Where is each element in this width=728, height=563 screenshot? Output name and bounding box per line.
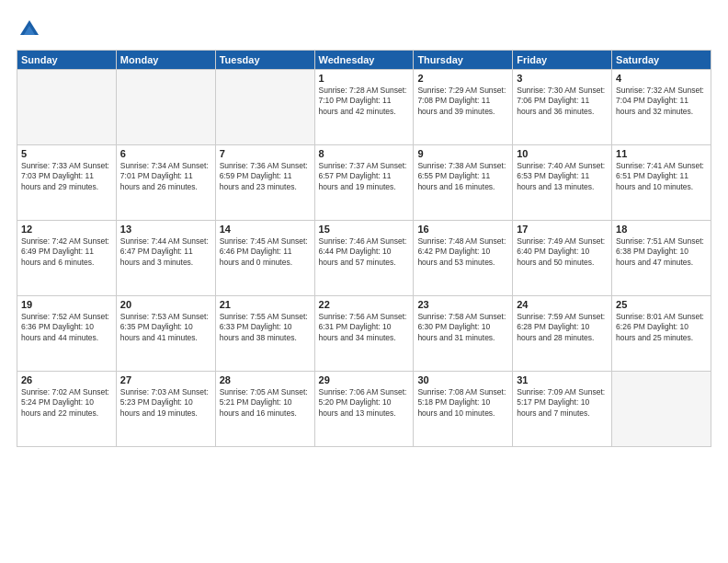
day-header-sunday: Sunday	[17, 51, 117, 70]
week-row-4: 19Sunrise: 7:52 AM Sunset: 6:36 PM Dayli…	[17, 296, 711, 372]
calendar-cell: 6Sunrise: 7:34 AM Sunset: 7:01 PM Daylig…	[116, 145, 215, 221]
day-info: Sunrise: 7:06 AM Sunset: 5:20 PM Dayligh…	[319, 387, 410, 419]
logo	[17, 17, 46, 42]
day-header-friday: Friday	[513, 51, 612, 70]
day-info: Sunrise: 7:53 AM Sunset: 6:35 PM Dayligh…	[120, 312, 211, 343]
day-number: 29	[319, 374, 410, 385]
calendar-cell: 7Sunrise: 7:36 AM Sunset: 6:59 PM Daylig…	[215, 145, 314, 221]
day-number: 1	[319, 73, 410, 84]
calendar-cell: 4Sunrise: 7:32 AM Sunset: 7:04 PM Daylig…	[612, 70, 711, 145]
day-info: Sunrise: 7:29 AM Sunset: 7:08 PM Dayligh…	[417, 86, 508, 117]
day-info: Sunrise: 8:01 AM Sunset: 6:26 PM Dayligh…	[616, 312, 707, 343]
calendar-cell: 25Sunrise: 8:01 AM Sunset: 6:26 PM Dayli…	[612, 296, 711, 372]
day-info: Sunrise: 7:28 AM Sunset: 7:10 PM Dayligh…	[319, 86, 410, 117]
calendar-cell: 1Sunrise: 7:28 AM Sunset: 7:10 PM Daylig…	[314, 70, 414, 145]
day-number: 11	[616, 148, 707, 159]
day-number: 16	[417, 224, 508, 235]
logo-icon	[17, 17, 42, 42]
day-header-saturday: Saturday	[612, 51, 711, 70]
day-info: Sunrise: 7:41 AM Sunset: 6:51 PM Dayligh…	[616, 161, 707, 192]
day-header-tuesday: Tuesday	[215, 51, 314, 70]
day-info: Sunrise: 7:37 AM Sunset: 6:57 PM Dayligh…	[319, 161, 410, 192]
day-number: 9	[417, 148, 508, 159]
calendar: SundayMondayTuesdayWednesdayThursdayFrid…	[17, 50, 711, 447]
day-number: 13	[120, 224, 211, 235]
day-info: Sunrise: 7:52 AM Sunset: 6:36 PM Dayligh…	[21, 312, 112, 343]
day-info: Sunrise: 7:03 AM Sunset: 5:23 PM Dayligh…	[120, 387, 211, 419]
calendar-cell: 13Sunrise: 7:44 AM Sunset: 6:47 PM Dayli…	[116, 221, 215, 296]
day-info: Sunrise: 7:36 AM Sunset: 6:59 PM Dayligh…	[220, 161, 311, 192]
day-number: 19	[21, 299, 112, 310]
calendar-cell: 26Sunrise: 7:02 AM Sunset: 5:24 PM Dayli…	[17, 372, 117, 447]
day-number: 23	[417, 299, 508, 310]
day-info: Sunrise: 7:55 AM Sunset: 6:33 PM Dayligh…	[220, 312, 311, 343]
calendar-cell	[612, 372, 711, 447]
calendar-header-row: SundayMondayTuesdayWednesdayThursdayFrid…	[17, 51, 711, 70]
day-info: Sunrise: 7:09 AM Sunset: 5:17 PM Dayligh…	[517, 387, 608, 419]
calendar-cell: 29Sunrise: 7:06 AM Sunset: 5:20 PM Dayli…	[314, 372, 414, 447]
day-info: Sunrise: 7:33 AM Sunset: 7:03 PM Dayligh…	[21, 161, 112, 192]
day-number: 7	[220, 148, 311, 159]
day-header-monday: Monday	[116, 51, 215, 70]
calendar-cell: 19Sunrise: 7:52 AM Sunset: 6:36 PM Dayli…	[17, 296, 117, 372]
day-number: 17	[517, 224, 608, 235]
calendar-cell	[17, 70, 117, 145]
calendar-cell	[116, 70, 215, 145]
day-number: 6	[120, 148, 211, 159]
day-info: Sunrise: 7:46 AM Sunset: 6:44 PM Dayligh…	[319, 236, 410, 268]
week-row-2: 5Sunrise: 7:33 AM Sunset: 7:03 PM Daylig…	[17, 145, 711, 221]
day-number: 4	[616, 73, 707, 84]
calendar-cell: 2Sunrise: 7:29 AM Sunset: 7:08 PM Daylig…	[414, 70, 513, 145]
day-header-thursday: Thursday	[414, 51, 513, 70]
calendar-cell: 21Sunrise: 7:55 AM Sunset: 6:33 PM Dayli…	[215, 296, 314, 372]
calendar-cell: 30Sunrise: 7:08 AM Sunset: 5:18 PM Dayli…	[414, 372, 513, 447]
calendar-cell: 22Sunrise: 7:56 AM Sunset: 6:31 PM Dayli…	[314, 296, 414, 372]
day-number: 24	[517, 299, 608, 310]
calendar-cell: 12Sunrise: 7:42 AM Sunset: 6:49 PM Dayli…	[17, 221, 117, 296]
day-info: Sunrise: 7:02 AM Sunset: 5:24 PM Dayligh…	[21, 387, 112, 419]
day-number: 30	[417, 374, 508, 385]
page: SundayMondayTuesdayWednesdayThursdayFrid…	[0, 0, 728, 563]
calendar-cell: 27Sunrise: 7:03 AM Sunset: 5:23 PM Dayli…	[116, 372, 215, 447]
calendar-cell: 11Sunrise: 7:41 AM Sunset: 6:51 PM Dayli…	[612, 145, 711, 221]
calendar-cell: 8Sunrise: 7:37 AM Sunset: 6:57 PM Daylig…	[314, 145, 414, 221]
day-info: Sunrise: 7:08 AM Sunset: 5:18 PM Dayligh…	[417, 387, 508, 419]
calendar-cell: 9Sunrise: 7:38 AM Sunset: 6:55 PM Daylig…	[414, 145, 513, 221]
day-number: 5	[21, 148, 112, 159]
day-number: 18	[616, 224, 707, 235]
calendar-cell: 28Sunrise: 7:05 AM Sunset: 5:21 PM Dayli…	[215, 372, 314, 447]
day-info: Sunrise: 7:05 AM Sunset: 5:21 PM Dayligh…	[220, 387, 311, 419]
week-row-5: 26Sunrise: 7:02 AM Sunset: 5:24 PM Dayli…	[17, 372, 711, 447]
day-number: 21	[220, 299, 311, 310]
day-number: 14	[220, 224, 311, 235]
week-row-1: 1Sunrise: 7:28 AM Sunset: 7:10 PM Daylig…	[17, 70, 711, 145]
day-number: 20	[120, 299, 211, 310]
calendar-cell: 3Sunrise: 7:30 AM Sunset: 7:06 PM Daylig…	[513, 70, 612, 145]
calendar-cell	[215, 70, 314, 145]
header	[17, 17, 711, 42]
calendar-cell: 18Sunrise: 7:51 AM Sunset: 6:38 PM Dayli…	[612, 221, 711, 296]
day-info: Sunrise: 7:38 AM Sunset: 6:55 PM Dayligh…	[417, 161, 508, 192]
day-info: Sunrise: 7:30 AM Sunset: 7:06 PM Dayligh…	[517, 86, 608, 117]
calendar-cell: 24Sunrise: 7:59 AM Sunset: 6:28 PM Dayli…	[513, 296, 612, 372]
calendar-cell: 31Sunrise: 7:09 AM Sunset: 5:17 PM Dayli…	[513, 372, 612, 447]
calendar-cell: 23Sunrise: 7:58 AM Sunset: 6:30 PM Dayli…	[414, 296, 513, 372]
day-info: Sunrise: 7:40 AM Sunset: 6:53 PM Dayligh…	[517, 161, 608, 192]
calendar-cell: 14Sunrise: 7:45 AM Sunset: 6:46 PM Dayli…	[215, 221, 314, 296]
day-info: Sunrise: 7:59 AM Sunset: 6:28 PM Dayligh…	[517, 312, 608, 343]
week-row-3: 12Sunrise: 7:42 AM Sunset: 6:49 PM Dayli…	[17, 221, 711, 296]
day-number: 26	[21, 374, 112, 385]
day-number: 12	[21, 224, 112, 235]
day-info: Sunrise: 7:34 AM Sunset: 7:01 PM Dayligh…	[120, 161, 211, 192]
calendar-cell: 5Sunrise: 7:33 AM Sunset: 7:03 PM Daylig…	[17, 145, 117, 221]
calendar-cell: 15Sunrise: 7:46 AM Sunset: 6:44 PM Dayli…	[314, 221, 414, 296]
day-info: Sunrise: 7:32 AM Sunset: 7:04 PM Dayligh…	[616, 86, 707, 117]
calendar-cell: 16Sunrise: 7:48 AM Sunset: 6:42 PM Dayli…	[414, 221, 513, 296]
calendar-cell: 10Sunrise: 7:40 AM Sunset: 6:53 PM Dayli…	[513, 145, 612, 221]
day-info: Sunrise: 7:48 AM Sunset: 6:42 PM Dayligh…	[417, 236, 508, 268]
day-number: 15	[319, 224, 410, 235]
day-number: 10	[517, 148, 608, 159]
day-number: 2	[417, 73, 508, 84]
day-info: Sunrise: 7:49 AM Sunset: 6:40 PM Dayligh…	[517, 236, 608, 268]
day-number: 8	[319, 148, 410, 159]
